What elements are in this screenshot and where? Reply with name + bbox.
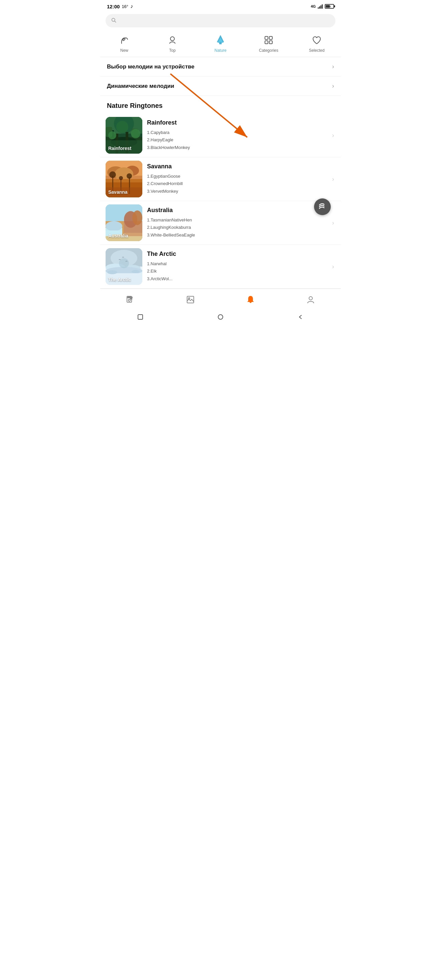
ringtone-title-australia: Australia [147, 207, 327, 214]
svg-rect-5 [220, 42, 221, 44]
svg-rect-73 [138, 315, 143, 319]
svg-point-2 [170, 37, 174, 41]
svg-point-24 [108, 131, 116, 139]
status-bar: 12:00 16° ♪ 4G 52 [100, 0, 341, 12]
network-label: 4G [311, 4, 316, 8]
bottom-nav [100, 289, 341, 309]
ringtone-info-savanna: Savanna 1.EgyptianGoose2.CrownedHornbill… [147, 163, 327, 195]
svg-point-35 [109, 171, 116, 178]
person-nav-icon [306, 295, 315, 304]
ringtone-item-rainforest[interactable]: Rainforest Rainforest 1.Capybara2.HarpyE… [100, 114, 341, 158]
ringtone-title-arctic: The Arctic [147, 250, 327, 258]
chevron-arctic: › [332, 263, 334, 270]
chevron-icon-device: › [332, 63, 334, 70]
rainforest-label: Rainforest [108, 146, 131, 151]
ringtone-tracks-australia: 1.TasmanianNativeHen2.LaughingKookaburra… [147, 216, 327, 239]
ringtones-nav-icon [126, 295, 135, 304]
ringtone-info-rainforest: Rainforest 1.Capybara2.HarpyEagle3.Black… [147, 119, 327, 151]
svg-point-63 [107, 270, 117, 274]
ringtone-tracks-arctic: 1.Narwhal2.Elk3.ArcticWol... [147, 260, 327, 282]
ringtone-thumb-savanna: Savanna [105, 161, 142, 197]
tab-categories-label: Categories [259, 48, 278, 53]
arctic-label: The Arctic [108, 277, 131, 282]
menu-item-device-label: Выбор мелодии на устройстве [107, 64, 194, 70]
content-wrapper: Выбор мелодии на устройстве › Динамическ… [100, 57, 341, 289]
bottom-nav-profile[interactable] [299, 294, 322, 305]
ringtone-title-savanna: Savanna [147, 163, 327, 170]
selected-icon [310, 33, 323, 47]
categories-icon [262, 33, 275, 47]
tab-top[interactable]: Top [159, 33, 186, 53]
bottom-nav-ringtones[interactable] [119, 294, 142, 305]
tab-categories[interactable]: Categories [255, 33, 282, 53]
svg-point-71 [188, 298, 190, 299]
wallpapers-nav-icon [186, 295, 195, 304]
svg-line-1 [115, 21, 116, 22]
search-container [100, 12, 341, 31]
svg-point-49 [132, 210, 142, 225]
svg-point-26 [116, 121, 128, 133]
svg-rect-6 [265, 37, 268, 40]
android-nav [100, 309, 341, 326]
ringtone-info-arctic: The Arctic 1.Narwhal2.Elk3.ArcticWol... [147, 250, 327, 282]
search-icon [111, 18, 116, 24]
tab-new-label: New [120, 48, 128, 53]
ringtone-thumb-rainforest: Rainforest [105, 117, 142, 154]
svg-point-45 [105, 221, 122, 231]
fab-button[interactable] [314, 199, 331, 215]
chevron-rainforest: › [332, 132, 334, 139]
svg-rect-69 [130, 299, 132, 299]
section-title: Nature Ringtones [100, 96, 341, 114]
ringtone-item-arctic[interactable]: The Arctic The Arctic 1.Narwhal2.Elk3.Ar… [100, 245, 341, 289]
android-circle-btn[interactable] [217, 313, 224, 321]
tab-nature[interactable]: Nature [207, 33, 234, 53]
svg-point-64 [132, 270, 140, 273]
tab-selected-label: Selected [309, 48, 325, 53]
battery-level: 52 [328, 5, 331, 8]
android-back-btn[interactable] [297, 313, 305, 321]
bottom-nav-wallpapers[interactable] [179, 294, 202, 305]
svg-rect-7 [269, 37, 272, 40]
chevron-icon-dynamic: › [332, 83, 334, 89]
status-time: 12:00 [107, 4, 119, 10]
top-icon [166, 33, 179, 47]
new-icon [118, 33, 131, 47]
ringtone-item-savanna[interactable]: Savanna Savanna 1.EgyptianGoose2.Crowned… [100, 158, 341, 201]
ringtone-info-australia: Australia 1.TasmanianNativeHen2.Laughing… [147, 207, 327, 239]
nav-tabs: New Top Nature [100, 31, 341, 57]
tab-top-label: Top [169, 48, 175, 53]
tab-selected[interactable]: Selected [303, 33, 330, 53]
status-left: 12:00 16° ♪ [107, 3, 133, 10]
android-square-btn[interactable] [136, 313, 144, 321]
status-temp: 16° [122, 4, 128, 9]
tab-new[interactable]: New [111, 33, 138, 53]
menu-item-dynamic-label: Динамические мелодии [107, 83, 174, 89]
ringtone-tracks-rainforest: 1.Capybara2.HarpyEagle3.BlackHowlerMonke… [147, 129, 327, 151]
signal-icon [318, 4, 323, 9]
bottom-nav-notifications[interactable] [239, 294, 262, 305]
tiktok-icon: ♪ [130, 3, 133, 10]
ringtone-item-australia[interactable]: Australia Australia 1.TasmanianNativeHen… [100, 201, 341, 245]
svg-point-72 [309, 297, 312, 300]
status-right: 4G 52 [311, 4, 334, 9]
search-bar[interactable] [105, 14, 336, 27]
australia-label: Australia [108, 233, 128, 239]
tab-nature-label: Nature [215, 48, 226, 53]
battery-icon: 52 [325, 4, 334, 9]
svg-point-25 [131, 129, 140, 138]
bell-nav-icon [246, 295, 255, 304]
svg-rect-9 [269, 41, 272, 44]
ringtone-tracks-savanna: 1.EgyptianGoose2.CrownedHornbill3.Vervet… [147, 173, 327, 195]
svg-point-67 [128, 299, 130, 301]
svg-point-37 [127, 173, 132, 179]
svg-rect-8 [265, 41, 268, 44]
svg-point-74 [218, 315, 223, 319]
menu-item-device[interactable]: Выбор мелодии на устройстве › [100, 57, 341, 76]
svg-point-39 [119, 176, 123, 180]
ringtone-thumb-arctic: The Arctic [105, 248, 142, 285]
ringtone-title-rainforest: Rainforest [147, 119, 327, 126]
nature-icon [214, 33, 227, 47]
savanna-label: Savanna [108, 189, 127, 195]
chevron-savanna: › [332, 176, 334, 183]
menu-item-dynamic[interactable]: Динамические мелодии › [100, 76, 341, 96]
